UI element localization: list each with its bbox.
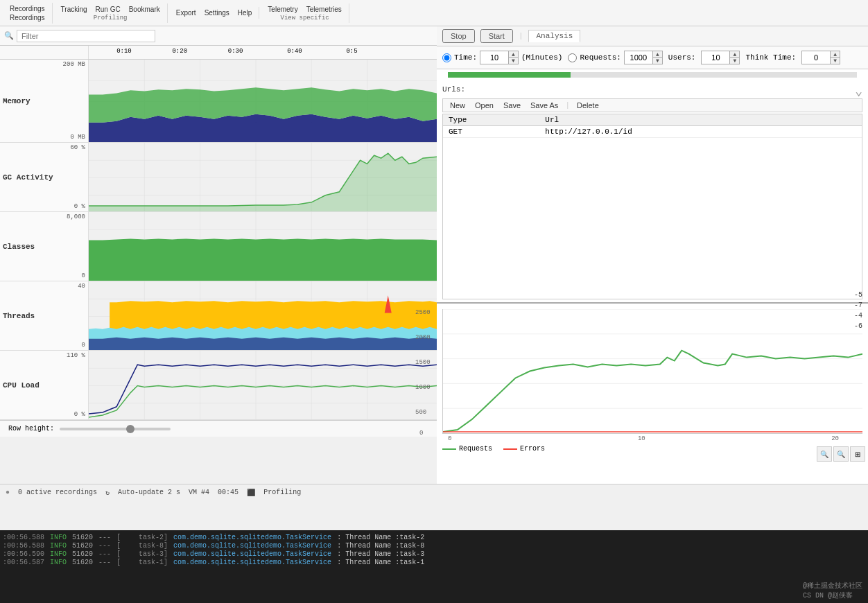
tick-010: 0:10	[116, 48, 132, 55]
autoupdate-status: Auto-update 2 s	[118, 489, 180, 496]
users-value-input[interactable]: 10	[702, 53, 729, 62]
save-as-url-btn[interactable]: Save As	[526, 101, 562, 110]
bookmark-btn[interactable]: Bookmark	[126, 5, 163, 14]
classes-top-val: 8,000	[3, 213, 85, 220]
urls-table: Type Url GET http://127.0.0.1/id	[442, 114, 862, 299]
new-url-btn[interactable]: New	[446, 101, 469, 110]
threads-bottom-val: 0	[3, 342, 85, 349]
classes-chart-label: Classes	[3, 243, 85, 251]
console-area: :00:56.588 INFO 51620 --- [ task-2] com.…	[0, 530, 868, 603]
row-height-slider-thumb[interactable]	[126, 425, 134, 433]
table-row[interactable]: GET http://127.0.0.1/id	[443, 126, 862, 138]
c4-message: : Thread Name :task-1	[337, 559, 424, 566]
run-gc-btn[interactable]: Run GC	[93, 5, 123, 14]
time-config-bar: Time: 10 ▲ ▼ (Minutes) Requests: 1000	[437, 46, 868, 69]
think-time-spinner[interactable]: 0 ▲ ▼	[801, 51, 840, 64]
cpu-top-val: 110 %	[3, 352, 85, 359]
threads-top-val: 40	[3, 283, 85, 290]
telemetries-btn[interactable]: Telemetries	[304, 5, 345, 14]
time-spinner[interactable]: 10 ▲ ▼	[480, 51, 519, 64]
time-radio[interactable]	[442, 53, 451, 62]
row-height-bar: Row height:	[0, 420, 437, 437]
c2-service: com.demo.sqlite.sqlitedemo.TaskService	[173, 542, 331, 550]
urls-data-table: Type Url GET http://127.0.0.1/id	[443, 114, 862, 138]
zoom-in-btn[interactable]: 🔍	[817, 446, 832, 462]
open-url-btn[interactable]: Open	[471, 101, 498, 110]
analysis-section: Stop Start | Analysis Time: 10 ▲ ▼	[437, 26, 868, 304]
c4-pid: 51620	[72, 559, 93, 566]
think-time-value-input[interactable]: 0	[802, 53, 830, 62]
start-btn[interactable]: Start	[480, 29, 513, 43]
memory-bottom-val: 0 MB	[3, 134, 85, 141]
time-down-arrow[interactable]: ▼	[508, 58, 518, 64]
recordings2-btn[interactable]: Recordings	[7, 13, 48, 22]
users-down-arrow[interactable]: ▼	[729, 58, 739, 64]
left-charts-panel: 🔍 0:10 0:20 0:30 0:40 0:5 200 MB Memory …	[0, 26, 437, 484]
type-col-header: Type	[443, 114, 539, 126]
save-url-btn[interactable]: Save	[499, 101, 525, 110]
requests-radio[interactable]	[568, 53, 577, 62]
urls-expand-icon[interactable]: ⌄	[855, 83, 862, 98]
settings-btn[interactable]: Settings	[202, 8, 232, 17]
right-scroll-values: -5 -7 -4 -6	[854, 291, 862, 330]
export-btn[interactable]: Export	[173, 8, 199, 17]
timeline-header: 0:10 0:20 0:30 0:40 0:5	[0, 46, 437, 60]
time-up-arrow[interactable]: ▲	[508, 51, 518, 58]
urls-toolbar-separator: |	[565, 101, 570, 110]
c2-time: :00:56.588	[3, 542, 44, 550]
filter-input[interactable]	[17, 30, 155, 42]
scroll-val-7: -7	[854, 302, 862, 309]
errors-legend-item: Errors	[503, 445, 545, 453]
y-label-500: 500	[415, 409, 426, 416]
tracking-btn[interactable]: Tracking	[58, 5, 90, 14]
c4-task: [	[116, 559, 121, 566]
telemetry-btn[interactable]: Telemetry	[265, 5, 300, 14]
cpu-chart-row: 110 % CPU Load 0 %	[0, 351, 437, 420]
status-bar: ● 0 active recordings ↻ Auto-update 2 s …	[0, 484, 868, 500]
delete-url-btn[interactable]: Delete	[573, 101, 603, 110]
requests-spinner[interactable]: 1000 ▲ ▼	[624, 51, 663, 64]
console-line-1: :00:56.588 INFO 51620 --- [ task-2] com.…	[3, 534, 865, 541]
time-value-input[interactable]: 10	[480, 53, 508, 62]
c1-message: : Thread Name :task-2	[337, 534, 424, 541]
users-up-arrow[interactable]: ▲	[729, 51, 739, 58]
threads-chart-label: Threads	[3, 312, 85, 320]
scroll-val-5: -5	[854, 291, 862, 299]
profiling-group: Tracking Run GC Bookmark Profiling	[54, 3, 168, 23]
c3-taskname: task-3]	[126, 550, 168, 558]
recordings-group: Recordings Recordings	[3, 3, 53, 24]
requests-down-arrow[interactable]: ▼	[652, 58, 662, 64]
requests-legend-item: Requests	[442, 445, 492, 453]
search-icon: 🔍	[4, 31, 14, 40]
fit-btn[interactable]: ⊞	[850, 446, 865, 462]
classes-canvas	[89, 212, 437, 281]
analysis-tab[interactable]: Analysis	[528, 30, 580, 42]
think-time-down-arrow[interactable]: ▼	[830, 58, 840, 64]
c1-pid: 51620	[72, 534, 93, 541]
graph-legend: Requests Errors	[442, 445, 862, 453]
tick-050: 0:5	[346, 48, 357, 55]
urls-toolbar: New Open Save Save As | Delete	[442, 98, 862, 112]
c3-task: [	[116, 550, 121, 558]
urls-label: Urls:	[442, 85, 465, 94]
y-label-0: 0	[419, 430, 423, 437]
toolbar: Recordings Recordings Tracking Run GC Bo…	[0, 0, 868, 26]
url-value-cell: http://127.0.0.1/id	[539, 126, 862, 138]
requests-up-arrow[interactable]: ▲	[652, 51, 662, 58]
help-btn[interactable]: Help	[235, 8, 255, 17]
memory-canvas	[89, 60, 437, 142]
requests-value-input[interactable]: 1000	[625, 53, 652, 62]
analysis-tabs: Stop Start | Analysis	[437, 26, 868, 46]
c3-service: com.demo.sqlite.sqlitedemo.TaskService	[173, 550, 331, 558]
c2-taskname: task-8]	[126, 542, 168, 550]
users-spinner[interactable]: 10 ▲ ▼	[701, 51, 740, 64]
think-time-up-arrow[interactable]: ▲	[830, 51, 840, 58]
zoom-out-btn[interactable]: 🔍	[833, 446, 849, 462]
c1-level: INFO	[50, 534, 67, 541]
c2-pid: 51620	[72, 542, 93, 550]
recordings-btn[interactable]: Recordings	[7, 4, 48, 13]
stop-btn[interactable]: Stop	[442, 29, 475, 43]
url-type-cell: GET	[443, 126, 539, 138]
svg-rect-48	[443, 309, 862, 433]
y-label-2500: 2500	[415, 309, 431, 316]
